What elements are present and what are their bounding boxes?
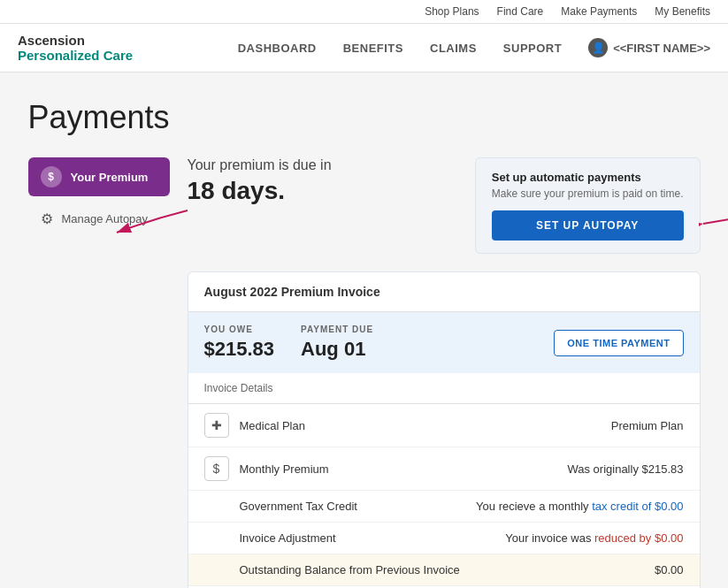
- payment-due-section: PAYMENT DUE Aug 01: [301, 325, 373, 361]
- detail-row-medical-plan: ✚ Medical Plan Premium Plan: [188, 404, 700, 447]
- monthly-premium-value: Was originally $215.83: [567, 462, 683, 476]
- utility-make-payments[interactable]: Make Payments: [561, 5, 637, 18]
- brand: Ascension Personalized Care: [18, 33, 133, 63]
- one-time-payment-button[interactable]: ONE TIME PAYMENT: [554, 330, 683, 356]
- medical-plan-value: Premium Plan: [611, 419, 684, 432]
- page-title: Payments: [28, 99, 701, 136]
- outstanding-balance-label: Outstanding Balance from Previous Invoic…: [204, 563, 655, 577]
- autopay-card-subtitle: Make sure your premium is paid on time.: [492, 187, 684, 200]
- main-panel: Your premium is due in 18 days. Set up a…: [188, 157, 701, 588]
- nav-support[interactable]: SUPPORT: [503, 42, 562, 55]
- you-owe-label: YOU OWE: [204, 325, 275, 334]
- outstanding-balance-value: $0.00: [655, 563, 684, 577]
- utility-my-benefits[interactable]: My Benefits: [655, 5, 710, 18]
- tax-credit-label: Government Tax Credit: [204, 500, 477, 513]
- user-name-label: <<FIRST NAME>>: [613, 42, 710, 55]
- detail-row-tax-credit: Government Tax Credit You recieve a mont…: [188, 491, 700, 523]
- tax-credit-amount: tax credit of $0.00: [592, 500, 683, 513]
- premium-due-section: Your premium is due in 18 days.: [188, 157, 332, 205]
- monthly-premium-icon: $: [204, 456, 229, 481]
- medical-plan-label: Medical Plan: [240, 419, 611, 432]
- premium-dollar-icon: $: [41, 166, 62, 187]
- brand-line2: Personalized Care: [18, 48, 133, 63]
- invoice-adjustment-value: Your invoice was reduced by $0.00: [505, 531, 683, 545]
- nav-dashboard[interactable]: DASHBOARD: [238, 42, 317, 55]
- autopay-card-wrapper: Set up automatic payments Make sure your…: [475, 157, 701, 254]
- utility-bar: Shop Plans Find Care Make Payments My Be…: [0, 0, 728, 24]
- nav-claims[interactable]: CLAIMS: [430, 42, 477, 55]
- detail-row-monthly-premium: $ Monthly Premium Was originally $215.83: [188, 447, 700, 491]
- you-owe-value: $215.83: [204, 338, 275, 361]
- invoice-summary: YOU OWE $215.83 PAYMENT DUE Aug 01 ONE T…: [188, 312, 700, 373]
- page-content: Payments $ Your Premium ⚙ Manage Autopay: [2, 73, 727, 588]
- invoice-details-header: Invoice Details: [188, 373, 700, 404]
- invoice-title: August 2022 Premium Invoice: [188, 272, 700, 312]
- right-arrow-annotation: [699, 202, 729, 237]
- nav-links: DASHBOARD BENEFITS CLAIMS SUPPORT: [238, 42, 562, 55]
- payment-due-date: Aug 01: [301, 338, 373, 361]
- sidebar-autopay-label: Manage Autopay: [62, 212, 149, 225]
- payment-due-label: PAYMENT DUE: [301, 325, 373, 334]
- setup-autopay-button[interactable]: SET UP AUTOPAY: [492, 210, 684, 241]
- detail-row-outstanding-balance: Outstanding Balance from Previous Invoic…: [188, 554, 700, 586]
- user-nav[interactable]: 👤 <<FIRST NAME>>: [588, 38, 710, 57]
- detail-row-invoice-adjustment: Invoice Adjustment Your invoice was redu…: [188, 523, 700, 554]
- medical-plan-icon: ✚: [204, 413, 229, 438]
- main-nav: Ascension Personalized Care DASHBOARD BE…: [0, 24, 728, 73]
- brand-line1: Ascension: [18, 33, 133, 48]
- premium-top-section: Your premium is due in 18 days. Set up a…: [188, 157, 701, 254]
- tax-credit-value: You recieve a monthly tax credit of $0.0…: [476, 500, 683, 513]
- sidebar-your-premium[interactable]: $ Your Premium: [28, 157, 170, 196]
- sidebar-manage-autopay[interactable]: ⚙ Manage Autopay: [28, 203, 170, 234]
- invoice-adjustment-label: Invoice Adjustment: [204, 531, 506, 545]
- autopay-card: Set up automatic payments Make sure your…: [475, 157, 701, 254]
- you-owe-section: YOU OWE $215.83: [204, 325, 275, 361]
- monthly-premium-label: Monthly Premium: [240, 462, 568, 476]
- premium-due-text: Your premium is due in: [188, 157, 332, 173]
- nav-benefits[interactable]: BENEFITS: [343, 42, 403, 55]
- sidebar-premium-label: Your Premium: [71, 171, 149, 184]
- user-avatar-icon: 👤: [588, 38, 608, 57]
- gear-icon: ⚙: [41, 210, 53, 227]
- utility-find-care[interactable]: Find Care: [497, 5, 544, 18]
- sidebar: $ Your Premium ⚙ Manage Autopay: [28, 157, 170, 234]
- invoice-card: August 2022 Premium Invoice YOU OWE $215…: [188, 271, 701, 588]
- invoice-adjustment-amount: reduced by $0.00: [594, 531, 683, 545]
- premium-days-value: 18 days.: [188, 177, 332, 205]
- payments-layout: $ Your Premium ⚙ Manage Autopay: [28, 157, 701, 588]
- utility-shop-plans[interactable]: Shop Plans: [425, 5, 479, 18]
- autopay-card-title: Set up automatic payments: [492, 171, 684, 184]
